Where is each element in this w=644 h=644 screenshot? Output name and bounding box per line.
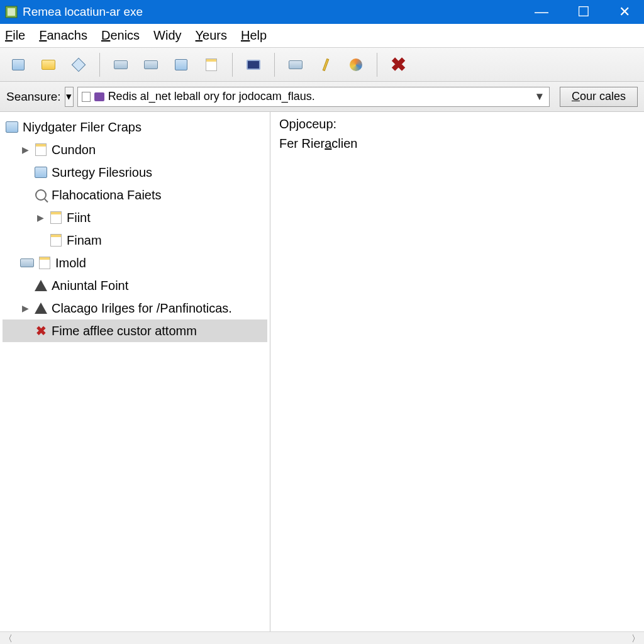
tree-item-flahocationa[interactable]: Flahocationa Faiets [3, 184, 267, 206]
tree-item-label: Fiint [67, 211, 91, 225]
scroll-right-icon[interactable]: 〉 [630, 633, 641, 643]
computer-icon [5, 120, 19, 134]
network-icon [175, 59, 187, 70]
address-input[interactable]: Redis al_net leball ory for jodocam_flau… [77, 87, 550, 107]
toolbar-btn-11[interactable] [344, 53, 368, 77]
toolbar-btn-6[interactable] [169, 53, 193, 77]
address-icon-1 [82, 92, 91, 102]
toolbar-btn-1[interactable] [6, 53, 30, 77]
menubar: File Fanachs Denics Widy Yeurs Help [0, 24, 644, 48]
menu-yeurs[interactable]: Yeurs [196, 28, 227, 43]
address-text: Redis al_net leball ory for jodocam_flau… [108, 90, 530, 103]
tree-item-label: Flahocationa Faiets [52, 188, 162, 203]
note-icon [49, 211, 63, 225]
tree-item-label: Surtegy Filesrious [52, 165, 152, 180]
menu-fanachs[interactable]: Fanachs [39, 28, 87, 43]
toolbar-btn-8[interactable] [242, 53, 265, 77]
tree-item-label: Imold [55, 256, 86, 270]
toolbar-btn-3[interactable] [67, 53, 91, 77]
scroll-left-icon[interactable]: 〈 [3, 633, 14, 643]
toolbar-btn-12[interactable]: ✖ [386, 53, 410, 77]
menu-denics[interactable]: Denics [101, 28, 140, 43]
pencil-icon [323, 58, 330, 70]
printer-icon [289, 60, 303, 69]
note-icon [206, 58, 217, 71]
menu-file[interactable]: File [5, 28, 25, 43]
tree-item-fime[interactable]: ✖ Fime afflee custor attomm [3, 319, 267, 342]
toolbar-separator [377, 53, 377, 77]
drive-search-icon [144, 60, 158, 69]
toolbar-btn-4[interactable] [109, 53, 133, 77]
document-icon [34, 165, 48, 179]
drive-icon [20, 256, 34, 270]
tree-item-label: Finam [67, 233, 102, 248]
toolbar-btn-9[interactable] [284, 53, 308, 77]
box-icon [12, 59, 25, 70]
main-content: Niydgater Filer Craps ▶ Cundon Surtegy F… [0, 112, 644, 631]
tree-pane: Niydgater Filer Craps ▶ Cundon Surtegy F… [0, 112, 270, 631]
tree-item-finam[interactable]: Finam [3, 229, 267, 252]
refresh-icon [350, 58, 362, 71]
toolbar: ✖ [0, 48, 644, 82]
window-title: Remea locatiun-ar exe [23, 5, 535, 19]
toolbar-separator [274, 53, 275, 77]
close-button[interactable]: ✕ [619, 4, 630, 20]
toolbar-btn-2[interactable] [36, 53, 60, 77]
note-icon [38, 256, 52, 270]
expander-icon[interactable]: ▶ [35, 213, 45, 223]
list-icon [49, 233, 63, 247]
tree-item-fiint[interactable]: ▶ Fiint [3, 206, 267, 229]
tree-item-label: Clacago Irilges for /Panfinoticas. [52, 301, 232, 316]
folder-icon [42, 60, 55, 70]
tree-item-aniuntal[interactable]: Aniuntal Foint [3, 274, 267, 297]
delete-icon: ✖ [391, 53, 406, 75]
address-dropdown[interactable]: ▼ [534, 91, 545, 103]
address-icon-2 [94, 92, 104, 101]
drive-icon [114, 60, 128, 69]
toolbar-btn-7[interactable] [199, 53, 223, 77]
tree-item-label: Cundon [52, 143, 96, 157]
tree-item-clacago[interactable]: ▶ Clacago Irilges for /Panfinoticas. [3, 297, 267, 319]
tree-root-label: Niydgater Filer Craps [23, 120, 142, 135]
go-button[interactable]: Cour cales [560, 87, 638, 107]
app-icon [5, 6, 18, 18]
expander-icon[interactable]: ▶ [20, 303, 30, 313]
toolbar-separator [99, 53, 100, 77]
tree-root[interactable]: Niydgater Filer Craps [3, 116, 267, 138]
warning-icon [34, 301, 48, 315]
detail-value: Fer Rieraclien [279, 136, 635, 151]
search-icon [34, 188, 48, 202]
address-history-dropdown[interactable]: ▾ [65, 87, 74, 107]
menu-widy[interactable]: Widy [153, 28, 181, 43]
address-bar: Seansure: ▾ Redis al_net leball ory for … [0, 82, 644, 112]
expander-icon[interactable]: ▶ [20, 145, 30, 155]
toolbar-btn-10[interactable] [314, 53, 338, 77]
svg-rect-1 [8, 8, 15, 16]
detail-label: Opjoceup: [279, 117, 635, 131]
monitor-icon [247, 60, 260, 70]
toolbar-separator [232, 53, 233, 77]
detail-pane: Opjoceup: Fer Rieraclien [270, 112, 644, 631]
warning-icon [34, 279, 48, 292]
minimize-button[interactable]: — [535, 4, 548, 20]
tree-item-surtegy[interactable]: Surtegy Filesrious [3, 161, 267, 184]
tree-item-label: Fime afflee custor attomm [52, 324, 197, 338]
address-label: Seansure: [6, 90, 61, 104]
tree-item-label: Aniuntal Foint [52, 279, 128, 293]
diamond-icon [72, 57, 86, 72]
tree-item-cundon[interactable]: ▶ Cundon [3, 138, 267, 161]
toolbar-btn-5[interactable] [139, 53, 163, 77]
menu-help[interactable]: Help [241, 28, 267, 43]
tree-item-imold[interactable]: Imold [3, 252, 267, 274]
titlebar: Remea locatiun-ar exe — ☐ ✕ [0, 0, 644, 24]
horizontal-scrollbar[interactable]: 〈 〉 [0, 631, 644, 644]
x-icon: ✖ [34, 324, 48, 338]
folder-note-icon [34, 143, 48, 157]
maximize-button[interactable]: ☐ [577, 4, 590, 20]
